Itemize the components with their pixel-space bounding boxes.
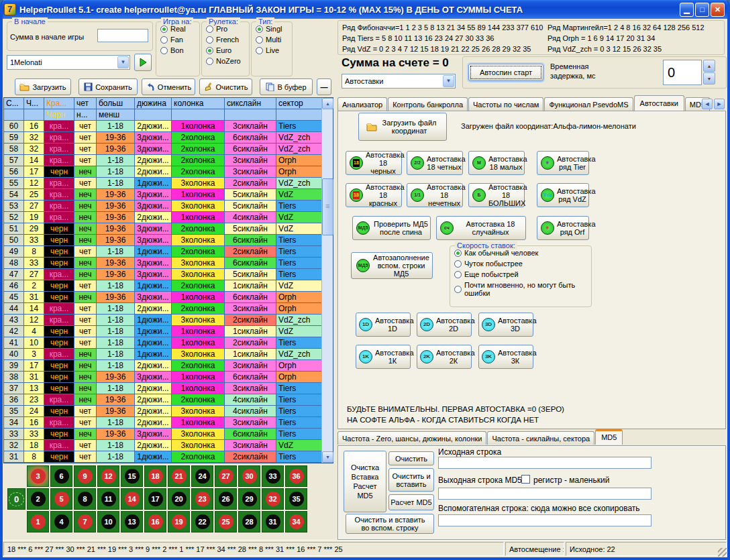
autostavka-dk-button-1D[interactable]: 1DАвтоставка 1D bbox=[356, 313, 411, 337]
table-scrollbar[interactable]: ▲ ▼ bbox=[321, 98, 333, 463]
radio-icon[interactable] bbox=[206, 58, 213, 65]
tab-частота-сиклайны-сектора[interactable]: Частота - сиклайны, сектора bbox=[487, 431, 594, 445]
table-row[interactable]: 5617черннеч1-182дюжи...2колонка3сиклайнO… bbox=[4, 166, 333, 178]
radio-option-french[interactable]: French bbox=[206, 36, 249, 44]
radio-option-real[interactable]: Real bbox=[160, 25, 199, 33]
chevron-down-icon[interactable]: ▼ bbox=[443, 75, 454, 87]
mode-combobox[interactable]: Автоставки ▼ bbox=[342, 74, 456, 89]
table-row[interactable]: 5832кра...чет19-363дюжи...2колонка6сикла… bbox=[4, 144, 333, 155]
table-row[interactable]: 498чернчет1-181дюжи...2колонка2сиклайнTi… bbox=[4, 246, 333, 258]
roulette-cell-36[interactable]: 36 bbox=[285, 465, 307, 487]
autostavka-button-3[interactable]: MАвтоставка 18 малых bbox=[468, 151, 525, 175]
table-row[interactable]: 4531черннеч19-363дюжи...1колонка6сиклайн… bbox=[4, 292, 333, 303]
spinner-up-icon[interactable]: ▲ bbox=[703, 60, 715, 72]
table-row[interactable]: 5327кра...неч19-363дюжи...3колонка5сикла… bbox=[4, 201, 333, 212]
table-row[interactable]: 3831черннеч19-363дюжи...1колонка6сиклайн… bbox=[4, 372, 333, 383]
roulette-cell-7[interactable]: 7 bbox=[74, 511, 96, 533]
radio-option-euro[interactable]: Euro bbox=[206, 46, 249, 54]
table-row[interactable]: 4110чернчет1-181дюжи...1колонка2сиклайнT… bbox=[4, 337, 333, 349]
table-row[interactable]: 4312кра...чет1-181дюжи...3колонка2сиклай… bbox=[4, 315, 333, 326]
roulette-cell-20[interactable]: 20 bbox=[168, 488, 190, 510]
radio-icon[interactable] bbox=[160, 25, 168, 33]
table-row[interactable]: 424чернчет1-181дюжи...1колонка1сиклайнVd… bbox=[4, 326, 333, 337]
roulette-cell-11[interactable]: 11 bbox=[97, 488, 119, 510]
md5-source-input[interactable] bbox=[438, 457, 651, 469]
radio-icon[interactable] bbox=[454, 286, 462, 293]
radio-icon[interactable] bbox=[206, 47, 213, 54]
start-sum-input[interactable] bbox=[97, 29, 148, 42]
roulette-cell-18[interactable]: 18 bbox=[144, 465, 166, 487]
toolbar-clear-button[interactable]: Очистить bbox=[199, 78, 252, 95]
radio-icon[interactable] bbox=[160, 36, 168, 44]
roulette-cell-19[interactable]: 19 bbox=[168, 511, 190, 533]
radio-icon[interactable] bbox=[160, 47, 168, 54]
table-row[interactable]: 403кра...неч1-181дюжи...3колонка1сиклайн… bbox=[4, 349, 333, 360]
roulette-cell-27[interactable]: 27 bbox=[215, 465, 237, 487]
table-row[interactable]: 5219кра...неч19-362дюжи...1колонка4сикла… bbox=[4, 212, 333, 223]
profile-combobox[interactable]: 1Melonati ▼ bbox=[7, 55, 130, 70]
delay-input[interactable]: 0 bbox=[663, 60, 702, 85]
table-row[interactable]: 5425кра...неч19-363дюжи...1колонка5сикла… bbox=[4, 189, 333, 201]
roulette-cell-4[interactable]: 4 bbox=[50, 511, 72, 533]
radio-option-чуток-побыстрее[interactable]: Чуток побыстрее bbox=[454, 260, 591, 268]
tab-автоставки[interactable]: Автоставки bbox=[634, 95, 684, 111]
radio-option-live[interactable]: Live bbox=[256, 46, 292, 54]
resize-grip[interactable] bbox=[718, 548, 727, 557]
tab-контроль-банкролла[interactable]: Контроль банкролла bbox=[388, 97, 468, 111]
scroll-down-icon[interactable]: ▼ bbox=[322, 451, 333, 463]
radio-option-bon[interactable]: Bon bbox=[160, 46, 199, 54]
radio-option-multi[interactable]: Multi bbox=[256, 36, 292, 44]
scrollbar-thumb[interactable] bbox=[322, 178, 333, 235]
roulette-cell-14[interactable]: 14 bbox=[121, 488, 143, 510]
close-button[interactable]: ✕ bbox=[711, 3, 725, 17]
scroll-up-icon[interactable]: ▲ bbox=[322, 98, 333, 109]
roulette-cell-23[interactable]: 23 bbox=[191, 488, 213, 510]
table-row[interactable]: 318чернчет1-181дюжи...2колонка2сиклайнTi… bbox=[4, 451, 333, 463]
table-row[interactable]: 3713черннеч1-182дюжи...1колонка3сиклайнT… bbox=[4, 383, 333, 394]
md5-aux-input[interactable] bbox=[438, 514, 651, 526]
md5-clear-paste-button[interactable]: Очистить и вставить bbox=[388, 468, 434, 492]
roulette-cell-9[interactable]: 9 bbox=[74, 465, 96, 487]
autostavka-dk-button-3D[interactable]: 3DАвтоставка 3D bbox=[478, 313, 533, 337]
roulette-cell-17[interactable]: 17 bbox=[144, 488, 166, 510]
roulette-cell-28[interactable]: 28 bbox=[238, 511, 260, 533]
autostavka-dk-button-1K[interactable]: 1KАвтоставка 1К bbox=[356, 345, 411, 369]
roulette-cell-29[interactable]: 29 bbox=[238, 488, 260, 510]
tab-анализатор[interactable]: Анализатор bbox=[337, 97, 387, 111]
table-row[interactable]: 4414кра...чет1-182дюжи...2колонка3сиклай… bbox=[4, 303, 333, 315]
autostavka-button-8[interactable]: VdzАвтоставка ряд VdZ bbox=[537, 183, 589, 207]
tab-scroll-right-icon[interactable]: ► bbox=[714, 99, 725, 109]
autostavka-dk-button-2K[interactable]: 2KАвтоставка 2К bbox=[417, 345, 472, 369]
radio-icon[interactable] bbox=[206, 36, 213, 44]
tab-частота-zero-шансы-дюжины-колонки[interactable]: Частота - Zero, шансы, дюжины, колонки bbox=[337, 431, 486, 445]
radio-icon[interactable] bbox=[454, 271, 462, 278]
roulette-cell-2[interactable]: 2 bbox=[27, 488, 49, 510]
titlebar[interactable]: HelperRoullet 5.1- create helperroullet@… bbox=[0, 0, 730, 19]
radio-option-еще-побыстрей[interactable]: Еще побыстрей bbox=[454, 270, 591, 278]
tab-функционал-psevdoms[interactable]: Функционал PsevdoMS bbox=[544, 97, 633, 111]
toolbar-undo-button[interactable]: Отменить bbox=[142, 78, 195, 95]
tab-частоты-по-числам[interactable]: Частоты по числам bbox=[468, 97, 543, 111]
table-row[interactable]: 3917черннеч1-182дюжи...2колонка3сиклайнO… bbox=[4, 360, 333, 372]
radio-option-singl[interactable]: Singl bbox=[256, 25, 292, 33]
md5-out-input[interactable] bbox=[438, 488, 651, 500]
maximize-button[interactable]: □ bbox=[695, 3, 709, 17]
md5-big-button[interactable]: Очистка Вставка Расчет MD5 bbox=[344, 451, 386, 512]
autostavka-button-7[interactable]: БАвтоставка 18 БОЛЬШИХ bbox=[468, 183, 525, 207]
md5-calc-button[interactable]: Расчет MD5 bbox=[388, 494, 434, 510]
radio-icon[interactable] bbox=[256, 25, 263, 33]
md5-clear-button[interactable]: Очистить bbox=[388, 451, 434, 465]
autostavka-button-10[interactable]: счАвтоставка 18 случайных bbox=[436, 216, 526, 240]
table-row[interactable]: 4833черннеч19-363дюжи...3колонка6сиклайн… bbox=[4, 258, 333, 269]
table-row[interactable]: 5033черннеч19-363дюжи...3колонка6сиклайн… bbox=[4, 235, 333, 246]
spins-table-body[interactable]: 6016кра...чет1-182дюжи...1колонка3сиклай… bbox=[4, 121, 333, 463]
tab-md5[interactable]: MD5 bbox=[595, 429, 623, 445]
table-row[interactable]: 462чернчет1-181дюжи...2колонка1сиклайнVd… bbox=[4, 280, 333, 292]
autostavka-button-5[interactable]: 18Автоставка 18 красных bbox=[346, 183, 402, 207]
roulette-cell-31[interactable]: 31 bbox=[262, 511, 284, 533]
table-row[interactable]: 3333черннеч19-363дюжи...3колонка6сиклайн… bbox=[4, 429, 333, 440]
autostavka-dk-button-3K[interactable]: 3KАвтоставка 3К bbox=[478, 345, 533, 369]
play-button[interactable] bbox=[134, 54, 152, 71]
radio-icon[interactable] bbox=[454, 260, 462, 268]
radio-icon[interactable] bbox=[256, 47, 263, 54]
